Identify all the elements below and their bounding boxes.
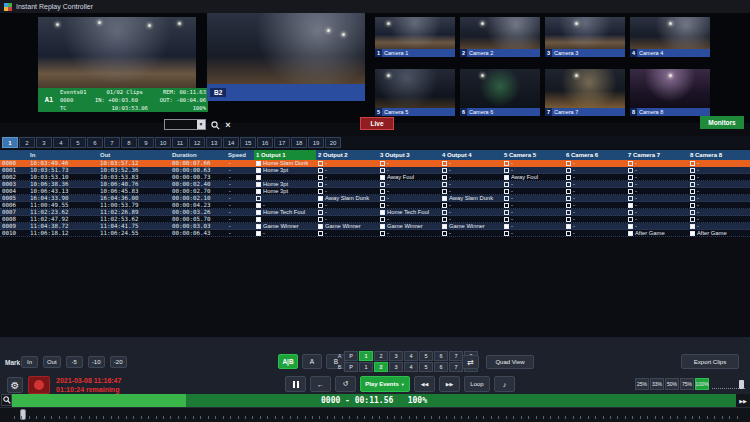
- output-checkbox[interactable]: [628, 175, 633, 180]
- assign-a-3[interactable]: 3: [389, 351, 403, 361]
- tab-1[interactable]: 1: [2, 137, 18, 148]
- event-row-0002[interactable]: 000210:03:53.1010:03:53.8300:00:00.73--A…: [0, 174, 750, 181]
- output-checkbox[interactable]: [690, 203, 695, 208]
- output-checkbox[interactable]: [566, 196, 571, 201]
- event-row-0005[interactable]: 000516:04:33.9016:04:36.0000:00:02.10-Aw…: [0, 195, 750, 202]
- tab-15[interactable]: 15: [240, 137, 256, 148]
- output-checkbox[interactable]: [628, 224, 633, 229]
- camera-thumb-3[interactable]: 3Camera 3: [545, 17, 625, 57]
- tab-16[interactable]: 16: [257, 137, 273, 148]
- assign-b-6[interactable]: 6: [434, 362, 448, 372]
- output-checkbox[interactable]: [628, 217, 633, 222]
- output-checkbox[interactable]: [256, 210, 261, 215]
- output-checkbox[interactable]: [628, 196, 633, 201]
- next-event-button[interactable]: ▶▶: [439, 376, 460, 392]
- tab-4[interactable]: 4: [53, 137, 69, 148]
- event-row-0008[interactable]: 000811:02:47.9211:02:53.6200:00:05.70---…: [0, 216, 750, 223]
- output-checkbox[interactable]: [380, 196, 385, 201]
- output-checkbox[interactable]: [380, 231, 385, 236]
- output-checkbox[interactable]: [690, 175, 695, 180]
- output-checkbox[interactable]: [628, 189, 633, 194]
- output-checkbox[interactable]: [566, 175, 571, 180]
- output-checkbox[interactable]: [380, 175, 385, 180]
- event-row-0006[interactable]: 000611:00:49.5511:00:53.7900:00:04.23---…: [0, 202, 750, 209]
- output-checkbox[interactable]: [504, 161, 509, 166]
- output-checkbox[interactable]: [504, 189, 509, 194]
- output-checkbox[interactable]: [690, 210, 695, 215]
- output-checkbox[interactable]: [504, 231, 509, 236]
- output-checkbox[interactable]: [256, 224, 261, 229]
- program-a-monitor[interactable]: [38, 17, 196, 88]
- tab-12[interactable]: 12: [189, 137, 205, 148]
- output-checkbox[interactable]: [628, 231, 633, 236]
- output-checkbox[interactable]: [442, 175, 447, 180]
- tab-14[interactable]: 14: [223, 137, 239, 148]
- tab-13[interactable]: 13: [206, 137, 222, 148]
- assign-b-5[interactable]: 5: [419, 362, 433, 372]
- output-checkbox[interactable]: [504, 168, 509, 173]
- export-clips-button[interactable]: Export Clips: [681, 354, 739, 369]
- zoom-75pct-button[interactable]: 75%: [680, 378, 694, 390]
- event-row-0001[interactable]: 000110:03:51.7310:03:52.3600:00:00.63-Ho…: [0, 167, 750, 174]
- assign-a-6[interactable]: 6: [434, 351, 448, 361]
- output-checkbox[interactable]: [504, 203, 509, 208]
- tab-19[interactable]: 19: [308, 137, 324, 148]
- output-checkbox[interactable]: [566, 182, 571, 187]
- camera-thumb-2[interactable]: 2Camera 2: [460, 17, 540, 57]
- play-events-button[interactable]: Play Events▼: [360, 376, 410, 392]
- zoom-50pct-button[interactable]: 50%: [665, 378, 679, 390]
- output-checkbox[interactable]: [504, 217, 509, 222]
- output-checkbox[interactable]: [256, 231, 261, 236]
- swap-ab-icon[interactable]: ⇄: [462, 355, 479, 369]
- output-checkbox[interactable]: [256, 182, 261, 187]
- tab-6[interactable]: 6: [87, 137, 103, 148]
- ab-both-button[interactable]: A|B: [278, 354, 298, 369]
- output-checkbox[interactable]: [318, 196, 323, 201]
- output-checkbox[interactable]: [566, 161, 571, 166]
- output-checkbox[interactable]: [318, 210, 323, 215]
- camera-thumb-5[interactable]: 5Camera 5: [375, 69, 455, 116]
- event-row-0009[interactable]: 000911:04:38.7211:04:41.7500:00:03.03-Ga…: [0, 223, 750, 230]
- tab-7[interactable]: 7: [104, 137, 120, 148]
- timeline-track[interactable]: 0000 - 00:11.56 100%: [12, 394, 736, 407]
- output-checkbox[interactable]: [256, 168, 261, 173]
- assign-a-2[interactable]: 2: [374, 351, 388, 361]
- output-checkbox[interactable]: [442, 210, 447, 215]
- camera-thumb-8[interactable]: 8Camera 8: [630, 69, 710, 116]
- tab-8[interactable]: 8: [121, 137, 137, 148]
- quad-view-button[interactable]: Quad View: [486, 355, 534, 369]
- output-checkbox[interactable]: [318, 182, 323, 187]
- output-checkbox[interactable]: [442, 217, 447, 222]
- camera-thumb-4[interactable]: 4Camera 4: [630, 17, 710, 57]
- output-checkbox[interactable]: [318, 224, 323, 229]
- output-checkbox[interactable]: [442, 182, 447, 187]
- tab-11[interactable]: 11: [172, 137, 188, 148]
- output-checkbox[interactable]: [566, 224, 571, 229]
- event-row-0003[interactable]: 000310:06:38.3610:06:40.7600:00:02.40-Ho…: [0, 181, 750, 188]
- event-row-0000[interactable]: 000010:03:49.4610:03:57.1200:00:07.66-Ho…: [0, 160, 750, 167]
- loop-button[interactable]: Loop: [464, 376, 490, 392]
- output-checkbox[interactable]: [566, 189, 571, 194]
- output-checkbox[interactable]: [690, 161, 695, 166]
- assign-a-4[interactable]: 4: [404, 351, 418, 361]
- replay-button[interactable]: ↺: [335, 376, 356, 392]
- output-checkbox[interactable]: [442, 224, 447, 229]
- tab-17[interactable]: 17: [274, 137, 290, 148]
- monitors-button[interactable]: Monitors: [700, 116, 744, 129]
- clear-search-icon[interactable]: ×: [222, 119, 234, 131]
- output-checkbox[interactable]: [380, 217, 385, 222]
- camera-thumb-1[interactable]: 1Camera 1: [375, 17, 455, 57]
- output-checkbox[interactable]: [442, 203, 447, 208]
- search-icon[interactable]: [209, 119, 221, 131]
- output-checkbox[interactable]: [442, 168, 447, 173]
- assign-a-7[interactable]: 7: [449, 351, 463, 361]
- timeline-magnifier-icon[interactable]: [1, 394, 12, 406]
- output-checkbox[interactable]: [380, 168, 385, 173]
- tab-2[interactable]: 2: [19, 137, 35, 148]
- event-row-0010[interactable]: 001011:06:18.1211:06:24.5500:00:06.43---…: [0, 230, 750, 237]
- pause-button[interactable]: [285, 376, 306, 392]
- output-checkbox[interactable]: [318, 161, 323, 166]
- output-checkbox[interactable]: [628, 203, 633, 208]
- output-checkbox[interactable]: [256, 175, 261, 180]
- live-button[interactable]: Live: [360, 117, 394, 130]
